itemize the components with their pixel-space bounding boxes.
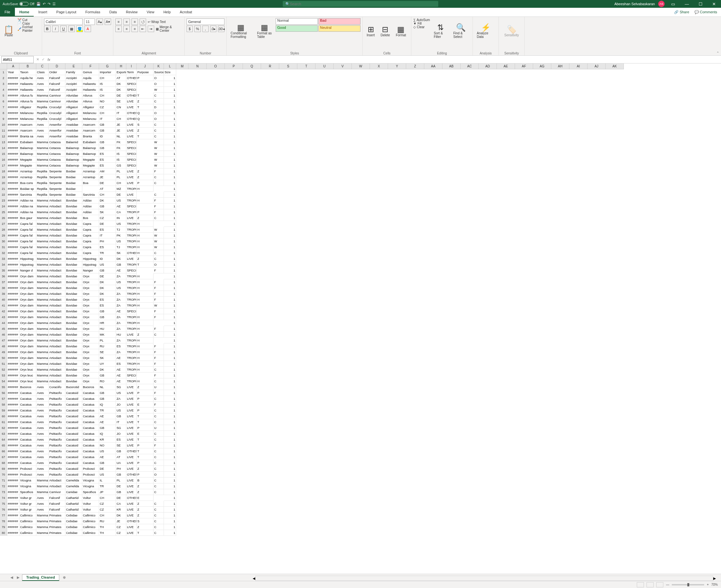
cell[interactable]: 1 <box>164 332 176 338</box>
cell[interactable]: Bovidae <box>65 227 82 233</box>
cell[interactable]: Callimico <box>19 524 36 530</box>
cell[interactable]: H <box>137 279 153 285</box>
style-good[interactable]: Good <box>276 25 318 32</box>
cell[interactable]: LIVE <box>126 419 137 425</box>
row-header[interactable]: 15 <box>0 151 7 157</box>
cell[interactable]: RO <box>99 378 116 384</box>
cell[interactable]: 1 <box>164 250 176 256</box>
sheet-nav-prev-icon[interactable]: ◀ <box>9 575 14 580</box>
cell[interactable]: Alligatori <box>65 116 82 122</box>
cell[interactable]: ###### <box>7 443 19 448</box>
cell[interactable]: C <box>153 93 164 99</box>
cell[interactable]: Bovidae <box>65 302 82 309</box>
cell[interactable]: TROPHIE <box>126 197 137 204</box>
tab-data[interactable]: Data <box>105 8 121 17</box>
cell[interactable]: C <box>153 122 164 128</box>
number-format-select[interactable]: General <box>187 19 225 25</box>
collapse-ribbon-icon[interactable]: ⌃ <box>717 51 719 55</box>
cell[interactable]: Artiodact <box>48 273 65 279</box>
cell[interactable]: Artiodact <box>48 209 65 215</box>
cell[interactable]: Bos gaur <box>19 215 36 221</box>
cell[interactable]: LIVE <box>126 507 137 512</box>
cell[interactable]: ###### <box>7 285 19 291</box>
cell[interactable]: TROPHIE <box>126 367 137 373</box>
cell[interactable]: ###### <box>7 326 19 332</box>
row-header[interactable]: 18 <box>0 168 7 174</box>
cell[interactable]: Ailurus <box>82 93 99 99</box>
cell[interactable]: LIVE <box>126 390 137 396</box>
cell[interactable]: DK <box>99 291 116 297</box>
cell[interactable]: H <box>137 343 153 349</box>
cell[interactable]: LIVE <box>126 122 137 128</box>
cell[interactable]: US <box>116 221 126 227</box>
sheet-tab[interactable]: Trading_Cleaned <box>22 574 59 581</box>
cell[interactable]: Cetacea <box>48 139 65 145</box>
row-header[interactable]: 34 <box>0 262 7 268</box>
cell[interactable]: 1 <box>164 483 176 489</box>
share-button[interactable]: 🔗 Share <box>674 10 689 14</box>
cell[interactable]: Bovidae <box>65 279 82 285</box>
cell[interactable]: AT <box>99 186 116 192</box>
cell[interactable]: O <box>153 81 164 87</box>
cell[interactable]: Artiodact <box>48 197 65 204</box>
cell[interactable]: Oryx dam <box>19 302 36 309</box>
cell[interactable]: ###### <box>7 431 19 437</box>
row-header[interactable]: 54 <box>0 378 7 384</box>
currency-icon[interactable]: $ <box>187 26 193 32</box>
cell[interactable]: LIVE <box>126 332 137 338</box>
cell[interactable]: S <box>137 122 153 128</box>
tab-file[interactable]: File <box>0 8 15 17</box>
wrap-text-button[interactable]: ↩Wrap Text <box>148 20 166 24</box>
scroll-left-icon[interactable]: ◀ <box>253 576 255 581</box>
cell[interactable]: Artiodact <box>48 373 65 378</box>
cell[interactable]: Cetacea <box>48 163 65 168</box>
cell[interactable]: Vultur gr <box>19 507 36 512</box>
cell[interactable]: Year <box>7 69 19 75</box>
cell[interactable]: ###### <box>7 413 19 419</box>
decrease-indent-icon[interactable]: ⇤ <box>140 26 146 32</box>
cell[interactable]: Aquila he <box>19 75 36 81</box>
cell[interactable]: GB <box>99 390 116 396</box>
cell[interactable]: 1 <box>164 530 176 536</box>
cell[interactable]: Alligatori <box>65 110 82 116</box>
cell[interactable]: Asarcorn <box>19 128 36 133</box>
cell[interactable]: Aves <box>36 413 48 419</box>
row-header[interactable]: 12 <box>0 133 7 139</box>
row-header[interactable]: 57 <box>0 396 7 402</box>
column-header[interactable]: W <box>352 63 370 69</box>
cell[interactable]: Boidae <box>65 192 82 197</box>
cell[interactable]: Mammali <box>36 489 48 495</box>
cell[interactable]: Artiodact <box>48 367 65 373</box>
cell[interactable]: Z <box>137 128 153 133</box>
autosave-toggle[interactable]: AutoSave Off <box>3 2 34 6</box>
new-sheet-button[interactable]: ⊕ <box>61 575 68 580</box>
cell[interactable]: Ailurus fu <box>19 99 36 104</box>
cell[interactable]: SE <box>116 99 126 104</box>
cell[interactable]: CH <box>99 93 116 99</box>
cell[interactable]: SPECIMES <box>126 81 137 87</box>
cell[interactable]: Cacatua <box>82 460 99 466</box>
cell[interactable]: PL <box>116 168 126 174</box>
cell[interactable]: DK <box>99 367 116 373</box>
row-header[interactable]: 14 <box>0 145 7 151</box>
cell[interactable]: PK <box>116 233 126 238</box>
row-header[interactable]: 8 <box>0 110 7 116</box>
cell[interactable]: Probosci <box>82 472 99 478</box>
cell[interactable]: Cacatuid <box>65 466 82 472</box>
cell[interactable]: TROPHIE <box>126 378 137 384</box>
cell[interactable]: ###### <box>7 425 19 431</box>
row-header[interactable]: 50 <box>0 355 7 361</box>
cell[interactable]: TROPHIE <box>126 326 137 332</box>
row-header[interactable]: 46 <box>0 332 7 338</box>
cell[interactable]: ###### <box>7 390 19 396</box>
cell[interactable]: Cacatua <box>19 460 36 466</box>
cell[interactable]: 1 <box>164 87 176 93</box>
row-header[interactable]: 37 <box>0 279 7 285</box>
cell[interactable]: ES <box>116 343 126 349</box>
cell[interactable]: Mammali <box>36 93 48 99</box>
cell[interactable]: H <box>137 320 153 326</box>
cell[interactable]: Aves <box>36 454 48 460</box>
cell[interactable]: Cacatua <box>19 419 36 425</box>
cell[interactable]: Aves <box>36 122 48 128</box>
cell[interactable]: ###### <box>7 402 19 407</box>
